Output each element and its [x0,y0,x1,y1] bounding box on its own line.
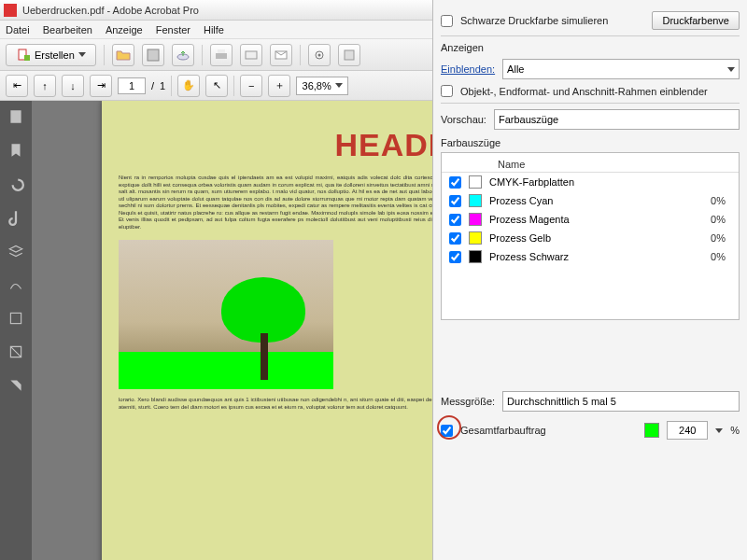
select-tool-button[interactable]: ↖ [205,75,228,97]
cursor-icon: ↖ [213,79,221,91]
save-button[interactable] [142,44,164,66]
separator [171,76,172,96]
document-plus-icon [16,48,31,63]
signatures-icon[interactable] [7,276,24,293]
page-number-input[interactable] [118,77,146,94]
measure-value: Durchschnittlich 5 mal 5 [507,396,616,407]
layers-icon[interactable] [7,243,24,259]
frames-checkbox[interactable] [441,85,453,97]
wrench-icon [342,48,357,63]
plate-name: Prozess Gelb [489,232,551,244]
zoom-in-button[interactable]: ＋ [268,75,290,97]
prev-page-button[interactable]: ↑ [34,75,56,97]
separator [300,45,301,65]
svg-rect-10 [345,50,354,60]
measure-dropdown[interactable]: Durchschnittlich 5 mal 5 [502,391,740,412]
plate-row-yellow[interactable]: Prozess Gelb 0% [442,229,739,247]
menu-bar: Datei Bearbeiten Anzeige Fenster Hilfe [0,21,432,39]
floppy-icon [146,48,161,63]
open-button[interactable] [112,44,134,66]
first-page-button[interactable]: ⇤ [6,75,28,97]
last-page-button[interactable]: ⇥ [90,75,112,97]
tree-graphic [221,277,305,380]
document-headline: HEADLI [119,127,432,163]
cloud-button[interactable] [172,44,194,66]
plate-pct: 0% [711,195,731,206]
undo-icon[interactable] [7,175,24,192]
create-button[interactable]: Erstellen [6,44,96,66]
show-label[interactable]: Einblenden: [441,63,495,75]
show-dropdown[interactable]: Alle [502,59,740,79]
thumbnails-icon[interactable] [7,108,24,125]
chevron-down-icon [727,67,735,72]
plate-name: Prozess Magenta [489,214,570,225]
tools-button[interactable] [338,44,360,66]
total-ink-value-field[interactable]: 240 [667,421,708,440]
zoom-out-button[interactable]: − [240,75,262,97]
plate-checkbox[interactable] [449,251,461,263]
menu-window[interactable]: Fenster [156,24,190,35]
percent-sign: % [730,425,740,436]
left-sidebar [0,101,32,560]
document-viewport[interactable]: HEADLI Nient ra in remporios molupta cus… [32,101,432,560]
window-title: Ueberdrucken.pdf - Adobe Acrobat Pro [22,5,199,16]
menu-edit[interactable]: Bearbeiten [43,24,92,35]
name-column-header: Name [498,159,525,170]
plate-row-magenta[interactable]: Prozess Magenta 0% [442,210,739,229]
print-button[interactable] [210,44,233,66]
plate-row-cyan[interactable]: Prozess Cyan 0% [442,191,739,210]
plate-swatch [469,175,482,189]
gear-icon [312,48,327,63]
share-button[interactable] [240,44,262,66]
plate-name: Prozess Cyan [489,195,553,206]
warning-color-swatch[interactable] [644,423,659,438]
chevron-right-icon: ⇥ [97,79,106,91]
simulate-black-checkbox[interactable] [441,15,453,27]
frames-label: Objekt-, Endformat- und Anschnitt-Rahmen… [460,86,708,97]
chevron-left-icon: ⇤ [13,79,21,91]
arrow-up-icon: ↑ [42,80,48,91]
preview-dropdown[interactable]: Farbauszüge [494,109,740,130]
hand-tool-button[interactable]: ✋ [177,75,200,97]
next-page-button[interactable]: ↓ [62,75,84,97]
total-ink-label: Gesamtfarbauftrag [460,425,546,436]
preview-value: Farbauszüge [499,114,558,125]
plate-pct: 0% [711,214,731,225]
plate-row-cmyk[interactable]: CMYK-Farbplatten [442,173,739,191]
plate-swatch [469,213,482,226]
email-button[interactable] [270,44,292,66]
articles-icon[interactable] [7,310,24,327]
ink-manager-button[interactable]: Druckfarbenve [652,11,740,30]
share-icon [244,48,259,63]
plate-checkbox[interactable] [449,232,461,245]
annotation-circle [437,415,461,440]
tags-icon[interactable] [7,377,24,394]
attachments-icon[interactable] [7,209,24,226]
folder-open-icon [116,48,131,63]
plate-checkbox[interactable] [449,176,461,189]
menu-help[interactable]: Hilfe [204,24,224,35]
zoom-field[interactable]: 36,8% [296,77,348,95]
plate-pct: 0% [711,232,731,244]
plate-checkbox[interactable] [449,214,461,226]
chevron-down-icon[interactable] [715,428,723,433]
bookmarks-icon[interactable] [7,142,24,159]
list-header: Name [442,157,739,173]
menu-view[interactable]: Anzeige [106,24,143,35]
window-titlebar: Ueberdrucken.pdf - Adobe Acrobat Pro [0,0,432,21]
show-value: Alle [507,63,524,75]
plate-checkbox[interactable] [449,195,461,207]
plates-section-title: Farbauszüge [441,137,740,148]
menu-file[interactable]: Datei [6,24,30,35]
plate-swatch [469,250,482,263]
destinations-icon[interactable] [7,343,24,360]
plate-row-black[interactable]: Prozess Schwarz 0% [442,247,739,266]
page-total: 1 [160,80,165,91]
separator [441,35,740,36]
printer-icon [214,48,229,63]
navigation-toolbar: ⇤ ↑ ↓ ⇥ / 1 ✋ ↖ − ＋ 36,8% [0,71,432,101]
main-toolbar: Erstellen [0,39,432,71]
settings-button[interactable] [308,44,331,66]
svg-rect-2 [148,49,159,61]
arrow-down-icon: ↓ [70,80,76,91]
